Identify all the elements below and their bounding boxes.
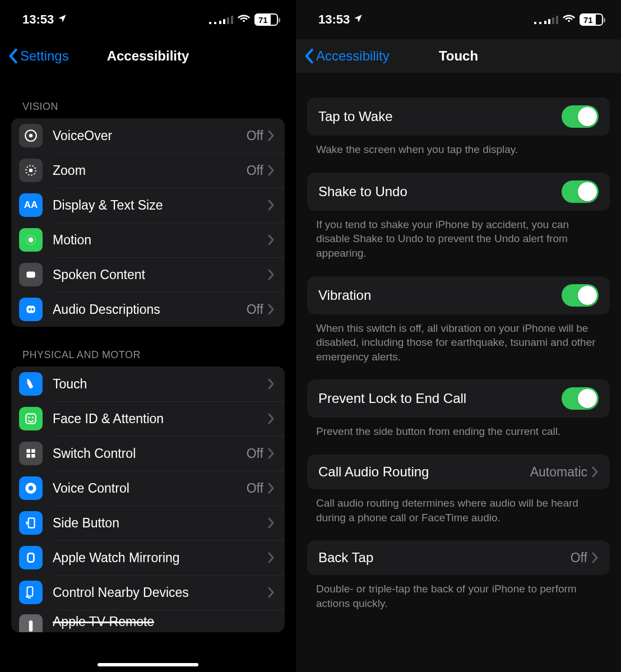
footer-prevent-lock: Prevent the side button from ending the … bbox=[296, 418, 621, 439]
toggle-shake-to-undo[interactable] bbox=[562, 180, 599, 203]
chevron-right-icon bbox=[268, 413, 275, 424]
footer-call-audio-routing: Call audio routing determines where audi… bbox=[296, 489, 621, 525]
row-switch-control[interactable]: Switch Control Off bbox=[11, 436, 285, 471]
row-spoken-content[interactable]: Spoken Content bbox=[11, 257, 285, 292]
location-icon bbox=[353, 12, 363, 27]
svg-point-5 bbox=[29, 238, 34, 243]
chevron-right-icon bbox=[268, 587, 275, 598]
phone-accessibility: 13:53 71 Settings Accessibility VISION V bbox=[0, 0, 296, 672]
row-prevent-lock[interactable]: Prevent Lock to End Call bbox=[307, 379, 610, 418]
back-button[interactable]: Accessibility bbox=[303, 48, 390, 64]
footer-shake-to-undo: If you tend to shake your iPhone by acci… bbox=[296, 211, 621, 261]
row-voice-control[interactable]: Voice Control Off bbox=[11, 471, 285, 506]
group-physical: Touch Face ID & Attention Switch Control… bbox=[11, 367, 285, 632]
footer-back-tap: Double- or triple-tap the back of your i… bbox=[296, 575, 621, 610]
home-indicator[interactable] bbox=[98, 663, 198, 666]
chevron-right-icon bbox=[268, 130, 275, 141]
chevron-right-icon bbox=[268, 200, 275, 211]
status-time: 13:53 bbox=[318, 12, 350, 27]
status-time: 13:53 bbox=[22, 12, 54, 27]
nav-header: Accessibility Touch bbox=[296, 39, 621, 73]
chevron-right-icon bbox=[268, 483, 275, 494]
footer-vibration: When this switch is off, all vibration o… bbox=[296, 314, 621, 364]
row-back-tap[interactable]: Back Tap Off bbox=[307, 540, 610, 575]
svg-rect-13 bbox=[26, 449, 30, 453]
chevron-right-icon bbox=[592, 466, 599, 478]
row-audio-descriptions[interactable]: Audio Descriptions Off bbox=[11, 292, 285, 327]
row-side-button[interactable]: Side Button bbox=[11, 506, 285, 540]
group-prevent-lock: Prevent Lock to End Call bbox=[307, 379, 610, 418]
group-tap-to-wake: Tap to Wake bbox=[307, 98, 610, 136]
row-vibration[interactable]: Vibration bbox=[307, 276, 610, 314]
svg-rect-14 bbox=[31, 449, 35, 453]
phone-touch: 13:53 71 Accessibility Touch bbox=[296, 0, 621, 672]
row-appletv-remote[interactable]: Apple TV Remote bbox=[11, 610, 285, 632]
chevron-right-icon bbox=[268, 378, 275, 390]
row-tap-to-wake[interactable]: Tap to Wake bbox=[307, 98, 610, 136]
status-bar: 13:53 71 bbox=[0, 0, 296, 39]
row-display-text-size[interactable]: AA Display & Text Size bbox=[11, 188, 285, 223]
group-vibration: Vibration bbox=[307, 276, 610, 314]
voiceover-icon bbox=[19, 124, 43, 147]
row-nearby-devices[interactable]: Control Nearby Devices bbox=[11, 575, 285, 610]
row-shake-to-undo[interactable]: Shake to Undo bbox=[307, 173, 610, 211]
section-header-physical: PHYSICAL AND MOTOR bbox=[0, 327, 296, 367]
appletv-remote-icon bbox=[19, 614, 43, 632]
toggle-vibration[interactable] bbox=[562, 284, 599, 307]
row-voiceover[interactable]: VoiceOver Off bbox=[11, 118, 285, 153]
svg-point-9 bbox=[31, 308, 34, 310]
voice-control-icon bbox=[19, 476, 43, 500]
cellular-icon bbox=[209, 15, 233, 24]
nav-header: Settings Accessibility bbox=[0, 39, 296, 73]
svg-point-1 bbox=[29, 134, 33, 138]
back-label: Settings bbox=[20, 48, 69, 64]
cellular-icon bbox=[534, 15, 558, 24]
location-icon bbox=[57, 12, 67, 27]
chevron-right-icon bbox=[268, 269, 275, 280]
battery-icon: 71 bbox=[254, 13, 278, 26]
row-touch[interactable]: Touch bbox=[11, 367, 285, 401]
text-size-icon: AA bbox=[19, 193, 43, 217]
row-motion[interactable]: Motion bbox=[11, 223, 285, 257]
svg-rect-15 bbox=[26, 454, 30, 458]
chevron-right-icon bbox=[268, 448, 275, 459]
status-bar: 13:53 71 bbox=[296, 0, 621, 39]
group-call-audio-routing: Call Audio Routing Automatic bbox=[307, 455, 610, 489]
wifi-icon bbox=[238, 12, 250, 27]
row-zoom[interactable]: Zoom Off bbox=[11, 153, 285, 188]
svg-rect-22 bbox=[29, 620, 33, 632]
touch-icon bbox=[19, 372, 43, 396]
svg-rect-16 bbox=[31, 454, 35, 458]
motion-icon bbox=[19, 228, 43, 252]
svg-point-18 bbox=[29, 486, 34, 491]
svg-point-12 bbox=[32, 416, 34, 418]
battery-icon: 71 bbox=[580, 13, 603, 26]
svg-point-8 bbox=[29, 308, 31, 310]
chevron-right-icon bbox=[268, 165, 275, 176]
row-call-audio-routing[interactable]: Call Audio Routing Automatic bbox=[307, 455, 610, 489]
group-shake-to-undo: Shake to Undo bbox=[307, 173, 610, 211]
wifi-icon bbox=[563, 12, 575, 27]
toggle-tap-to-wake[interactable] bbox=[562, 105, 599, 128]
chevron-right-icon bbox=[268, 517, 275, 529]
row-faceid[interactable]: Face ID & Attention bbox=[11, 401, 285, 436]
section-header-vision: VISION bbox=[0, 73, 296, 118]
svg-rect-6 bbox=[26, 272, 35, 278]
nearby-devices-icon bbox=[19, 581, 43, 604]
side-button-icon bbox=[19, 511, 43, 535]
group-vision: VoiceOver Off Zoom Off AA Display & Text… bbox=[11, 118, 285, 327]
row-watch-mirroring[interactable]: Apple Watch Mirroring bbox=[11, 540, 285, 575]
svg-rect-19 bbox=[29, 518, 35, 527]
back-button[interactable]: Settings bbox=[7, 48, 69, 64]
watch-mirroring-icon bbox=[19, 546, 43, 569]
spoken-content-icon bbox=[19, 263, 43, 286]
switch-control-icon bbox=[19, 442, 43, 465]
chevron-right-icon bbox=[268, 552, 275, 563]
svg-point-3 bbox=[29, 169, 33, 173]
group-back-tap: Back Tap Off bbox=[307, 540, 610, 575]
zoom-icon bbox=[19, 159, 43, 182]
back-label: Accessibility bbox=[316, 48, 390, 64]
toggle-prevent-lock[interactable] bbox=[562, 387, 599, 410]
chevron-right-icon bbox=[268, 234, 275, 245]
audio-descriptions-icon bbox=[19, 298, 43, 321]
